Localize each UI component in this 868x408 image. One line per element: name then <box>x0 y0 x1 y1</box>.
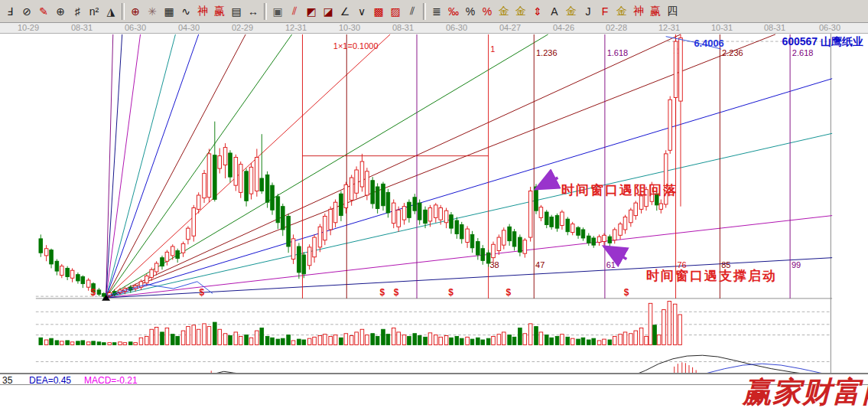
volume-bar <box>634 331 638 344</box>
volume-bar <box>502 332 506 345</box>
annotation-arrow[interactable] <box>604 246 626 259</box>
volume-bar <box>234 332 238 345</box>
gold2-slash-icon[interactable]: 金 <box>613 2 630 21</box>
gann-clock-icon[interactable]: ⊕ <box>52 2 69 21</box>
grid-box-icon[interactable]: ▦ <box>161 2 177 21</box>
volume-bar <box>402 335 406 345</box>
date-label: 08-31 <box>392 23 414 32</box>
volume-bar <box>39 338 43 344</box>
candle <box>455 220 459 233</box>
chart-canvas[interactable]: 1381.236471.618612762.236852.61899$$$$$$… <box>0 34 868 408</box>
candle <box>497 237 501 250</box>
red-grid-icon[interactable]: ▩ <box>370 2 387 21</box>
gold-slash-icon[interactable]: 金 <box>563 2 580 21</box>
gold-line-icon[interactable]: 金 <box>512 2 529 21</box>
select-box-icon[interactable]: ▣ <box>269 2 286 21</box>
volume-bar <box>523 334 527 345</box>
ying-tool-icon[interactable]: 赢 <box>211 2 228 21</box>
j-slash-icon[interactable]: J <box>580 2 597 21</box>
volume-bar <box>539 332 543 345</box>
candle <box>192 208 196 237</box>
volume-bar <box>97 342 101 345</box>
candle <box>187 228 190 240</box>
gann-fan-icon[interactable]: ⫽ <box>286 2 303 21</box>
volume-bar <box>249 338 253 344</box>
volume-bar <box>355 332 359 345</box>
volume-bar <box>281 338 284 344</box>
gann-fan-ray <box>106 34 681 298</box>
candle <box>44 249 48 256</box>
ruler-ticks-icon[interactable]: ♯ <box>69 2 86 21</box>
candle <box>623 217 627 230</box>
candle <box>539 207 543 218</box>
draw-pen-icon[interactable]: ✎ <box>35 2 52 21</box>
volume-bar <box>171 335 174 345</box>
candle <box>519 237 522 252</box>
chart-label: 1×1=0.1000 <box>333 41 379 51</box>
volume-bar <box>619 335 623 345</box>
grid-123-icon[interactable]: ▤ <box>228 2 245 21</box>
candle <box>249 167 253 194</box>
candle <box>592 238 596 245</box>
a-line-icon[interactable]: A <box>546 2 563 21</box>
histogram-icon[interactable]: ≣ <box>428 2 445 21</box>
volume-bar <box>673 304 677 344</box>
n-squared-ruler-icon[interactable]: n² <box>86 2 102 21</box>
percent-icon[interactable]: % <box>462 2 479 21</box>
percent-line-icon[interactable]: ‰ <box>445 2 462 21</box>
candle <box>402 207 406 220</box>
zigzag-icon[interactable]: ∨ <box>353 2 370 21</box>
f-slash-icon[interactable]: F <box>597 2 613 21</box>
gold-circle-icon[interactable]: 金 <box>496 2 512 21</box>
volume-bar <box>55 341 59 345</box>
candle <box>392 203 395 224</box>
candle <box>344 184 348 207</box>
shen-slash-icon[interactable]: 神 <box>630 2 647 21</box>
candle <box>523 240 527 253</box>
volume-bar <box>323 335 327 345</box>
lasso-tool-icon[interactable]: ⊘ <box>18 2 35 21</box>
candle <box>360 162 364 187</box>
wave-tool-icon[interactable]: ∿ <box>177 2 194 21</box>
flag-updown-icon[interactable]: ⇕ <box>529 2 546 21</box>
circle-cross-icon[interactable]: ⊕ <box>127 2 144 21</box>
candle <box>561 212 564 225</box>
volume-bar <box>450 338 454 344</box>
annotation-arrow[interactable] <box>536 178 558 189</box>
spider-web-icon[interactable]: ✳ <box>144 2 161 21</box>
toolbar-separator <box>423 3 426 20</box>
volume-bar <box>439 337 443 344</box>
volume-bar <box>260 328 264 344</box>
volume-bar <box>382 329 385 344</box>
angle-ruler-icon[interactable]: ◮ <box>102 2 119 21</box>
annotation-support[interactable]: 时间窗口遇支撑启动 <box>646 267 777 285</box>
fan-box-icon[interactable]: ◩ <box>303 2 320 21</box>
fan-box-filled-icon[interactable]: ◪ <box>320 2 336 21</box>
candle <box>659 204 663 209</box>
si-slash-icon[interactable]: 四 <box>664 2 681 21</box>
time-count-label: 47 <box>535 260 545 269</box>
volume-bar <box>649 303 652 344</box>
volume-bar <box>512 337 516 344</box>
candle <box>619 224 623 236</box>
volume-bar <box>223 334 227 345</box>
candle <box>307 247 311 266</box>
grid-arrow-icon[interactable]: ▨ <box>387 2 404 21</box>
indicator-macd: MACD=-0.21 <box>84 375 138 386</box>
candle <box>466 229 470 242</box>
ruler-f-icon[interactable]: Ⅎ <box>2 2 18 21</box>
percent-dash-icon[interactable]: % <box>479 2 496 21</box>
ying-slash-icon[interactable]: 赢 <box>647 2 664 21</box>
volume-bar <box>271 338 275 344</box>
volume-bar <box>397 332 401 345</box>
annotation-resistance[interactable]: 时间窗口遇阻回落 <box>561 181 678 199</box>
volume-bar <box>60 341 64 345</box>
volume-bar <box>112 343 116 345</box>
shen-tool-icon[interactable]: 神 <box>194 2 211 21</box>
trend-angle-icon[interactable]: ∠ <box>336 2 353 21</box>
parallel-lines-icon[interactable]: ⫽ <box>404 2 421 21</box>
volume-bar <box>577 339 580 344</box>
candle <box>229 153 232 177</box>
candle <box>349 178 353 200</box>
width-measure-icon[interactable]: ↔ <box>245 2 262 21</box>
